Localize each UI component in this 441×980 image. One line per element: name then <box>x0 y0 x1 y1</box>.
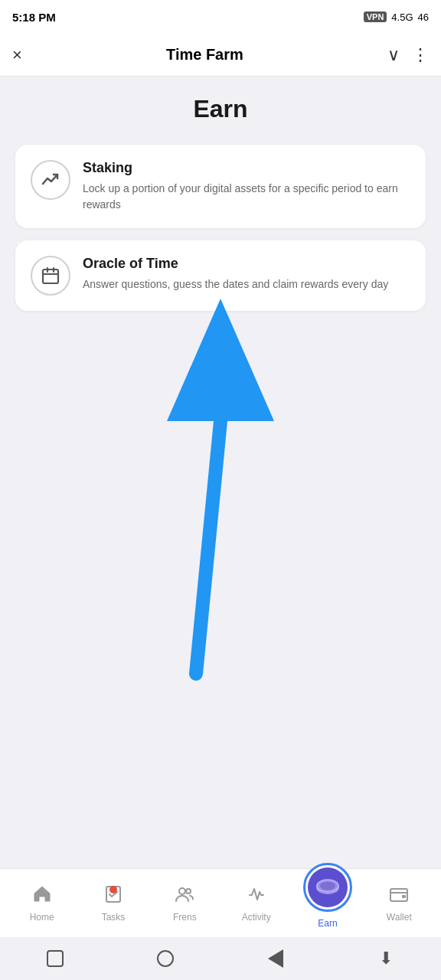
status-bar: 5:18 PM VPN 4.5G 46 <box>0 0 441 34</box>
triangle-icon <box>268 949 283 968</box>
oracle-text: Oracle of Time Answer questions, guess t… <box>83 256 410 292</box>
svg-line-4 <box>196 421 220 674</box>
home-label: Home <box>30 912 54 923</box>
oracle-description: Answer questions, guess the dates and cl… <box>83 276 410 292</box>
status-time: 5:18 PM <box>12 11 56 24</box>
header-left: × <box>12 45 22 65</box>
tasks-badge <box>109 886 117 893</box>
app-title: Time Farm <box>166 46 243 64</box>
square-icon <box>47 950 64 967</box>
battery-level: 46 <box>418 11 429 23</box>
download-button[interactable]: ⬇ <box>374 946 398 971</box>
svg-rect-13 <box>402 895 406 898</box>
svg-point-7 <box>179 888 185 894</box>
page-title: Earn <box>15 95 426 123</box>
wallet-icon <box>389 884 409 909</box>
download-icon: ⬇ <box>379 949 393 969</box>
vpn-indicator: VPN <box>364 11 387 22</box>
coin-earn-icon <box>315 879 341 896</box>
svg-rect-0 <box>43 270 58 283</box>
recent-apps-button[interactable] <box>43 946 67 971</box>
arrow-annotation <box>144 291 297 692</box>
nav-item-earn[interactable]: Earn <box>292 872 363 935</box>
header-right: ∨ ⋮ <box>387 45 429 65</box>
back-button[interactable] <box>263 946 288 971</box>
staking-title: Staking <box>83 160 410 176</box>
activity-icon <box>247 884 266 909</box>
wallet-label: Wallet <box>387 912 412 923</box>
staking-icon-wrap <box>31 160 70 200</box>
main-content: Earn Staking Lock up a portion of your d… <box>0 77 441 868</box>
tasks-icon <box>103 884 123 909</box>
svg-point-11 <box>320 881 335 890</box>
trending-up-icon <box>41 170 60 190</box>
dropdown-button[interactable]: ∨ <box>387 45 400 65</box>
nav-item-home[interactable]: Home <box>6 878 77 929</box>
home-system-button[interactable] <box>153 946 178 971</box>
earn-circle <box>303 863 352 912</box>
frens-label: Frens <box>173 912 197 923</box>
nav-item-frens[interactable]: Frens <box>149 878 220 929</box>
staking-card[interactable]: Staking Lock up a portion of your digita… <box>15 145 426 228</box>
earn-inner <box>308 867 348 907</box>
system-nav-bar: ⬇ <box>0 937 441 980</box>
nav-item-wallet[interactable]: Wallet <box>364 878 435 929</box>
earn-label: Earn <box>318 918 337 929</box>
app-header: × Time Farm ∨ ⋮ <box>0 34 441 77</box>
circle-icon <box>157 950 174 967</box>
nav-item-tasks[interactable]: Tasks <box>77 878 149 929</box>
more-options-button[interactable]: ⋮ <box>412 45 429 65</box>
frens-icon <box>175 884 194 909</box>
home-icon <box>32 884 52 909</box>
nav-item-activity[interactable]: Activity <box>220 878 292 929</box>
close-button[interactable]: × <box>12 45 22 65</box>
svg-marker-5 <box>167 299 274 421</box>
activity-label: Activity <box>242 912 271 923</box>
tasks-label: Tasks <box>102 912 126 923</box>
oracle-card[interactable]: Oracle of Time Answer questions, guess t… <box>15 240 426 311</box>
signal-strength: 4.5G <box>391 11 413 23</box>
staking-text: Staking Lock up a portion of your digita… <box>83 160 410 213</box>
staking-description: Lock up a portion of your digital assets… <box>83 181 410 213</box>
status-icons: VPN 4.5G 46 <box>364 11 429 23</box>
oracle-icon-wrap <box>31 256 70 296</box>
pointing-arrow <box>144 291 297 689</box>
svg-point-8 <box>186 889 191 893</box>
bottom-nav: Home Tasks Frens <box>0 868 441 937</box>
calendar-icon <box>41 266 60 286</box>
oracle-title: Oracle of Time <box>83 256 410 272</box>
